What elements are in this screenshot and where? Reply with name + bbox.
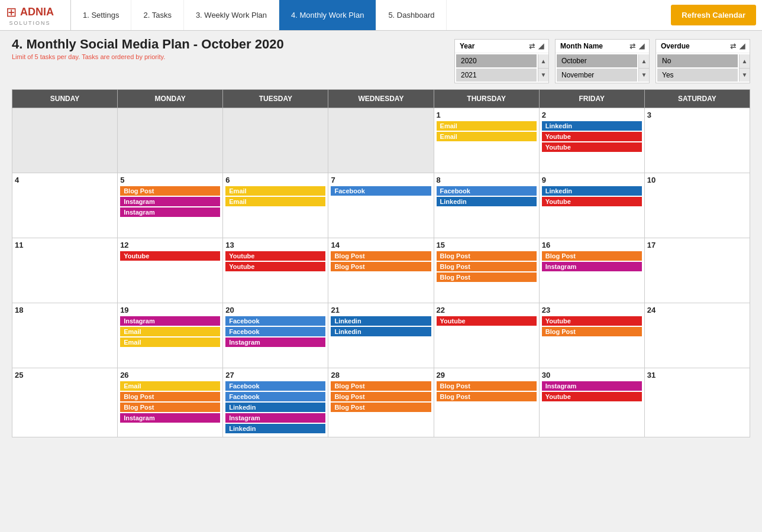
nav-tab[interactable]: 2. Tasks (131, 0, 183, 30)
task-tag[interactable]: Blog Post (331, 251, 431, 261)
task-tag[interactable]: Facebook (225, 316, 325, 326)
task-tag[interactable]: Blog Post (120, 403, 220, 412)
filter-label: Year (460, 42, 474, 50)
filter-header-icons[interactable]: ⇄ ◢ (629, 42, 644, 50)
day-number: 23 (542, 306, 642, 314)
task-tag[interactable]: Youtube (542, 197, 642, 206)
task-tag[interactable]: Linkedin (542, 186, 642, 196)
day-number: 19 (120, 306, 220, 314)
task-tag[interactable]: Youtube (542, 392, 642, 401)
calendar-cell (12, 108, 118, 173)
task-tag[interactable]: Youtube (120, 251, 220, 261)
filter-header-icons[interactable]: ⇄ ◢ (730, 42, 745, 50)
filter-items-container: OctoberNovember▲ ▼ (556, 54, 649, 82)
task-tag[interactable]: Blog Post (542, 251, 642, 261)
task-tag[interactable]: Linkedin (225, 403, 325, 412)
task-tag[interactable]: Blog Post (331, 381, 431, 391)
scroll-down-btn[interactable]: ▼ (538, 69, 548, 82)
filter-header-icons[interactable]: ⇄ ◢ (529, 42, 544, 50)
filter-item[interactable]: October (557, 54, 637, 67)
calendar-cell: 10 (644, 173, 750, 238)
task-tag[interactable]: Youtube (542, 132, 642, 141)
task-tag[interactable]: Blog Post (437, 251, 537, 261)
filter-icon[interactable]: ◢ (639, 42, 644, 50)
filter-items-wrap: NoYes (656, 54, 750, 82)
task-tag[interactable]: Instagram (225, 413, 325, 423)
day-number: 20 (225, 306, 325, 314)
task-tag[interactable]: Blog Post (331, 392, 431, 401)
task-tag[interactable]: Blog Post (437, 273, 537, 282)
task-tag[interactable]: Email (437, 132, 537, 141)
calendar-cell: 21LinkedinLinkedin (328, 303, 434, 368)
task-tag[interactable]: Facebook (331, 186, 431, 196)
task-tag[interactable]: Blog Post (437, 262, 537, 271)
day-number: 5 (120, 176, 220, 184)
day-number: 24 (647, 306, 747, 314)
task-tag[interactable]: Facebook (225, 392, 325, 401)
task-tag[interactable]: Facebook (437, 186, 537, 196)
task-tag[interactable]: Blog Post (331, 403, 431, 412)
task-tag[interactable]: Blog Post (120, 186, 220, 196)
calendar-cell: 30InstagramYoutube (539, 368, 644, 437)
calendar-cell: 11 (12, 238, 118, 303)
task-tag[interactable]: Youtube (225, 262, 325, 271)
task-tag[interactable]: Instagram (542, 262, 642, 271)
calendar-cell (328, 108, 434, 173)
scroll-up-btn[interactable]: ▲ (740, 54, 750, 69)
task-tag[interactable]: Email (120, 327, 220, 336)
task-tag[interactable]: Linkedin (542, 121, 642, 131)
task-tag[interactable]: Linkedin (437, 197, 537, 206)
filter-scroll: ▲ ▼ (638, 54, 649, 82)
nav-tab[interactable]: 4. Monthly Work Plan (279, 0, 376, 30)
task-tag[interactable]: Blog Post (437, 392, 537, 401)
filter-sort-icon[interactable]: ⇄ (629, 42, 635, 50)
task-tag[interactable]: Blog Post (331, 262, 431, 271)
task-tag[interactable]: Blog Post (437, 381, 537, 391)
task-tag[interactable]: Email (225, 186, 325, 196)
task-tag[interactable]: Facebook (225, 381, 325, 391)
calendar-cell: 12Youtube (118, 238, 223, 303)
task-tag[interactable]: Instagram (542, 381, 642, 391)
task-tag[interactable]: Linkedin (331, 316, 431, 326)
task-tag[interactable]: Email (225, 197, 325, 206)
filter-item[interactable]: Yes (657, 69, 738, 82)
task-tag[interactable]: Instagram (120, 316, 220, 326)
task-tag[interactable]: Email (120, 338, 220, 347)
nav-tab[interactable]: 1. Settings (71, 0, 131, 30)
task-tag[interactable]: Youtube (437, 316, 537, 326)
scroll-down-btn[interactable]: ▼ (740, 69, 750, 82)
filter-item[interactable]: 2021 (456, 69, 537, 82)
filter-sort-icon[interactable]: ⇄ (529, 42, 535, 50)
task-tag[interactable]: Instagram (225, 338, 325, 347)
task-tag[interactable]: Youtube (225, 251, 325, 261)
nav-tab[interactable]: 3. Weekly Work Plan (184, 0, 279, 30)
task-tag[interactable]: Blog Post (120, 392, 220, 401)
calendar-header: WEDNESDAY (328, 90, 434, 108)
day-number: 30 (542, 371, 642, 379)
task-tag[interactable]: Email (120, 381, 220, 391)
filter-icon[interactable]: ◢ (740, 42, 745, 50)
task-tag[interactable]: Linkedin (331, 327, 431, 336)
task-tag[interactable]: Email (437, 121, 537, 131)
task-tag[interactable]: Instagram (120, 413, 220, 423)
page-subtitle: Limit of 5 tasks per day. Tasks are orde… (12, 53, 284, 60)
task-tag[interactable]: Youtube (542, 142, 642, 152)
filter-item[interactable]: 2020 (456, 54, 537, 67)
scroll-down-btn[interactable]: ▼ (639, 69, 649, 82)
task-tag[interactable]: Linkedin (225, 424, 325, 433)
calendar-cell: 7Facebook (328, 173, 434, 238)
filter-header: Year ⇄ ◢ (455, 40, 548, 53)
refresh-button[interactable]: Refresh Calendar (671, 5, 756, 25)
filter-icon[interactable]: ◢ (538, 42, 544, 50)
task-tag[interactable]: Instagram (120, 197, 220, 206)
filter-item[interactable]: No (657, 54, 738, 67)
task-tag[interactable]: Instagram (120, 207, 220, 217)
filter-item[interactable]: November (557, 69, 637, 82)
scroll-up-btn[interactable]: ▲ (538, 54, 548, 69)
task-tag[interactable]: Blog Post (542, 327, 642, 336)
task-tag[interactable]: Facebook (225, 327, 325, 336)
scroll-up-btn[interactable]: ▲ (639, 54, 649, 69)
task-tag[interactable]: Youtube (542, 316, 642, 326)
nav-tab[interactable]: 5. Dashboard (376, 0, 447, 30)
filter-sort-icon[interactable]: ⇄ (730, 42, 736, 50)
